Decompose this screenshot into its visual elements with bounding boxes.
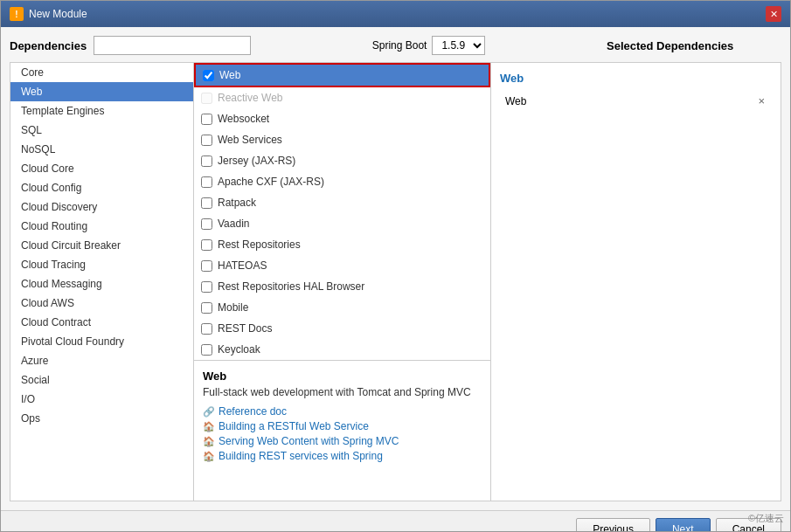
dep-item-websocket[interactable]: Websocket xyxy=(194,108,490,129)
sidebar-item-azure[interactable]: Azure xyxy=(10,351,193,370)
dep-label-rest-docs: REST Docs xyxy=(218,322,272,335)
sidebar-item-cloud-contract[interactable]: Cloud Contract xyxy=(10,313,193,332)
dep-checkbox-rest-repos-hal[interactable] xyxy=(201,281,212,293)
dep-item-web-services[interactable]: Web Services xyxy=(194,129,490,150)
category-list: Core Web Template Engines SQL NoSQL Clou… xyxy=(10,63,194,501)
desc-title: Web xyxy=(203,370,482,383)
sidebar-item-social[interactable]: Social xyxy=(10,370,193,390)
header-row: Dependencies Spring Boot 1.5.9 2.0.0 1.5… xyxy=(10,36,781,55)
spring-boot-version-select[interactable]: 1.5.9 2.0.0 1.5.8 xyxy=(432,36,485,55)
ref-doc-label: Reference doc xyxy=(219,405,287,418)
dep-label-ratpack: Ratpack xyxy=(218,197,256,209)
dep-label-mobile: Mobile xyxy=(218,301,248,314)
dep-label-apache-cxf: Apache CXF (JAX-RS) xyxy=(218,176,324,188)
selected-deps-label: Selected Dependencies xyxy=(607,39,733,52)
desc-text: Full-stack web development with Tomcat a… xyxy=(203,386,482,398)
dep-label-hateoas: HATEOAS xyxy=(218,259,267,272)
app-icon: ! xyxy=(10,7,24,21)
description-panel: Web Full-stack web development with Tomc… xyxy=(194,361,490,501)
sidebar-item-io[interactable]: I/O xyxy=(10,390,193,409)
window-title: New Module xyxy=(29,8,87,20)
sidebar-item-cloud-config[interactable]: Cloud Config xyxy=(10,178,193,197)
build-rest-icon: 🏠 xyxy=(203,451,215,462)
dep-checkbox-rest-repos[interactable] xyxy=(201,239,212,251)
sidebar-item-cloud-circuit[interactable]: Cloud Circuit Breaker xyxy=(10,236,193,255)
dep-checkbox-websocket[interactable] xyxy=(201,114,212,125)
selected-deps-panel: Web Web × xyxy=(491,63,781,501)
deps-label: Dependencies xyxy=(10,39,87,52)
sidebar-item-cloud-messaging[interactable]: Cloud Messaging xyxy=(10,274,193,294)
dep-item-web[interactable]: Web xyxy=(194,63,490,87)
footer: Previous Next Cancel xyxy=(1,510,790,532)
dep-label-reactive-web: Reactive Web xyxy=(218,92,282,104)
sidebar-item-cloud-routing[interactable]: Cloud Routing xyxy=(10,217,193,236)
sidebar-item-web[interactable]: Web xyxy=(10,82,193,101)
dep-checkbox-jersey[interactable] xyxy=(201,155,212,167)
build-restful-icon: 🏠 xyxy=(203,421,215,432)
spring-boot-selector: Spring Boot 1.5.9 2.0.0 1.5.8 xyxy=(372,36,486,55)
dep-item-hateoas[interactable]: HATEOAS xyxy=(194,255,490,276)
sidebar-item-template[interactable]: Template Engines xyxy=(10,101,193,121)
dep-checkbox-keycloak[interactable] xyxy=(201,344,212,356)
dep-item-ratpack[interactable]: Ratpack xyxy=(194,192,490,213)
dep-checkbox-web-services[interactable] xyxy=(201,135,212,146)
dep-label-rest-repos-hal: Rest Repositories HAL Browser xyxy=(218,280,364,293)
next-button[interactable]: Next xyxy=(656,518,711,532)
dep-checkbox-hateoas[interactable] xyxy=(201,260,212,272)
sidebar-item-core[interactable]: Core xyxy=(10,63,193,82)
new-module-dialog: ! New Module ✕ Dependencies Spring Boot … xyxy=(0,0,791,532)
window-controls: ✕ xyxy=(766,6,781,22)
dep-item-rest-repos-hal[interactable]: Rest Repositories HAL Browser xyxy=(194,276,490,297)
sidebar-item-nosql[interactable]: NoSQL xyxy=(10,140,193,159)
dep-label-keycloak: Keycloak xyxy=(218,343,260,356)
sidebar-item-sql[interactable]: SQL xyxy=(10,121,193,140)
dep-item-jersey[interactable]: Jersey (JAX-RS) xyxy=(194,150,490,171)
selected-category-label: Web xyxy=(500,72,772,85)
dep-item-reactive-web[interactable]: Reactive Web xyxy=(194,87,490,108)
dep-checkbox-reactive-web[interactable] xyxy=(201,93,212,104)
sidebar-item-cloud-tracing[interactable]: Cloud Tracing xyxy=(10,255,193,274)
serving-web-link[interactable]: 🏠 Serving Web Content with Spring MVC xyxy=(203,435,482,447)
dep-checkbox-vaadin[interactable] xyxy=(201,218,212,230)
dep-label-web-services: Web Services xyxy=(218,134,282,146)
selected-item-label: Web xyxy=(505,95,526,107)
dep-item-mobile[interactable]: Mobile xyxy=(194,297,490,318)
dependency-list: Web Reactive Web Websocket xyxy=(194,63,490,361)
dep-item-keycloak[interactable]: Keycloak xyxy=(194,339,490,360)
sidebar-item-cloud-aws[interactable]: Cloud AWS xyxy=(10,294,193,313)
ref-doc-link[interactable]: 🔗 Reference doc xyxy=(203,405,482,418)
serving-web-icon: 🏠 xyxy=(203,436,215,447)
build-restful-label: Building a RESTful Web Service xyxy=(219,420,369,432)
sidebar-item-pivotal[interactable]: Pivotal Cloud Foundry xyxy=(10,332,193,351)
content-area: Dependencies Spring Boot 1.5.9 2.0.0 1.5… xyxy=(1,27,790,510)
dep-label-jersey: Jersey (JAX-RS) xyxy=(218,155,295,167)
main-panel: Core Web Template Engines SQL NoSQL Clou… xyxy=(10,62,781,501)
dep-item-apache-cxf[interactable]: Apache CXF (JAX-RS) xyxy=(194,171,490,192)
sidebar-item-ops[interactable]: Ops xyxy=(10,409,193,428)
dep-checkbox-apache-cxf[interactable] xyxy=(201,176,212,188)
title-bar: ! New Module ✕ xyxy=(1,1,790,27)
dep-checkbox-rest-docs[interactable] xyxy=(201,323,212,335)
serving-web-label: Serving Web Content with Spring MVC xyxy=(219,435,399,447)
dep-checkbox-ratpack[interactable] xyxy=(201,197,212,209)
build-restful-link[interactable]: 🏠 Building a RESTful Web Service xyxy=(203,420,482,432)
title-bar-left: ! New Module xyxy=(10,7,87,21)
dep-item-vaadin[interactable]: Vaadin xyxy=(194,213,490,234)
dep-item-rest-docs[interactable]: REST Docs xyxy=(194,318,490,339)
ref-doc-icon: 🔗 xyxy=(203,406,215,418)
build-rest-label: Building REST services with Spring xyxy=(219,450,383,462)
dep-checkbox-web[interactable] xyxy=(203,70,214,81)
dep-item-rest-repos[interactable]: Rest Repositories xyxy=(194,234,490,255)
sidebar-item-cloud-core[interactable]: Cloud Core xyxy=(10,159,193,178)
previous-button[interactable]: Previous xyxy=(576,518,650,532)
header-left: Dependencies xyxy=(10,36,251,55)
remove-web-button[interactable]: × xyxy=(756,94,767,107)
close-button[interactable]: ✕ xyxy=(766,6,781,22)
dep-label-rest-repos: Rest Repositories xyxy=(218,238,301,251)
dep-label-web: Web xyxy=(219,69,240,81)
build-rest-link[interactable]: 🏠 Building REST services with Spring xyxy=(203,450,482,462)
dep-checkbox-mobile[interactable] xyxy=(201,302,212,314)
search-input[interactable] xyxy=(94,36,251,55)
sidebar-item-cloud-discovery[interactable]: Cloud Discovery xyxy=(10,197,193,217)
watermark: ©亿速云 xyxy=(748,512,784,525)
